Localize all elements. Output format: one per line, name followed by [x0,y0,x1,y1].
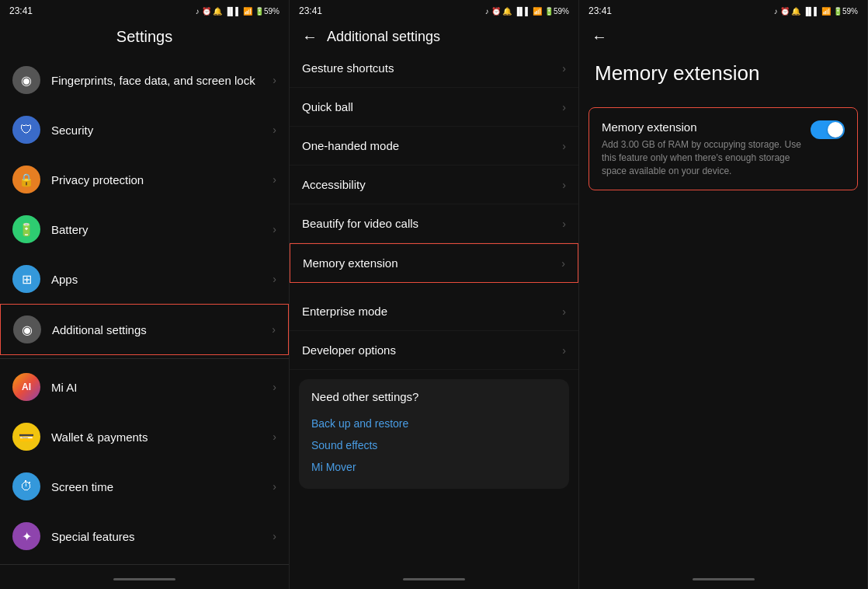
fingerprints-label: Fingerprints, face data, and screen lock [51,74,266,87]
settings-item-apps[interactable]: ⊞ Apps › [0,254,289,304]
beautify-chevron: › [562,218,566,230]
status-bar-1: 23:41 ♪ ⏰ 🔔 ▐▌▌ 📶 🔋59% [0,0,289,22]
divider-1 [0,358,289,359]
screentime-chevron: › [273,480,276,493]
gesture-chevron: › [562,62,566,75]
battery-text: Battery [51,223,266,236]
enterprise-label: Enterprise mode [302,305,562,318]
panel-memory-extension: 23:41 ♪ ⏰ 🔔 ▐▌▌ 📶 🔋59% ← Memory extensio… [579,0,868,589]
accessibility-chevron: › [562,179,566,191]
fingerprints-chevron: › [273,74,276,86]
security-chevron: › [273,124,276,136]
status-icons-2: ♪ ⏰ 🔔 ▐▌▌ 📶 🔋59% [485,7,569,16]
privacy-chevron: › [273,173,276,186]
need-other-section: Need other settings? Back up and restore… [299,379,569,489]
screentime-label: Screen time [51,480,266,493]
backup-link[interactable]: Back up and restore [311,413,557,434]
status-icons-3: ♪ ⏰ 🔔 ▐▌▌ 📶 🔋59% [774,7,858,16]
miai-label: Mi AI [51,381,266,394]
privacy-text: Privacy protection [51,173,266,186]
spacer-1 [290,283,578,292]
quickball-chevron: › [562,101,566,113]
battery-icon: 🔋 [12,215,40,243]
apps-chevron: › [273,273,276,285]
additional-label: Additional settings [52,323,266,336]
battery-label: Battery [51,223,266,236]
settings-item-wallet[interactable]: 💳 Wallet & payments › [0,412,289,462]
menu-onehanded[interactable]: One-handed mode › [290,127,578,166]
menu-gesture[interactable]: Gesture shortcuts › [290,49,578,88]
memory-chevron: › [561,257,565,270]
additional-page-title: Additional settings [327,29,440,45]
need-other-title: Need other settings? [311,390,557,403]
settings-item-fingerprints[interactable]: ◉ Fingerprints, face data, and screen lo… [0,55,289,105]
developer-label: Developer options [302,343,562,357]
memory-toggle[interactable] [811,120,845,139]
menu-quickball[interactable]: Quick ball › [290,88,578,127]
memory-card-title: Memory extension [602,120,801,134]
mover-link[interactable]: Mi Mover [311,456,557,478]
special-chevron: › [273,530,276,542]
enterprise-chevron: › [562,305,566,318]
quickball-label: Quick ball [302,100,562,113]
fingerprints-text: Fingerprints, face data, and screen lock [51,74,266,87]
screentime-text: Screen time [51,480,266,493]
status-bar-3: 23:41 ♪ ⏰ 🔔 ▐▌▌ 📶 🔋59% [579,0,867,22]
gesture-label: Gesture shortcuts [302,61,562,75]
onehanded-chevron: › [562,140,566,152]
settings-item-privacy[interactable]: 🔒 Privacy protection › [0,155,289,204]
menu-developer[interactable]: Developer options › [290,331,578,370]
special-icon: ✦ [12,522,40,550]
privacy-label: Privacy protection [51,173,266,186]
security-label: Security [51,124,266,137]
wallet-text: Wallet & payments [51,430,266,444]
settings-item-accounts[interactable]: 👤 Accounts & sync › [0,568,289,572]
status-time-1: 23:41 [9,5,33,16]
special-text: Special features [51,530,266,543]
back-arrow-2[interactable]: ← [302,28,318,46]
menu-memory[interactable]: Memory extension › [290,243,578,283]
settings-title-bar: Settings [0,22,289,55]
miai-icon: AI [12,373,40,401]
developer-chevron: › [562,344,566,357]
back-bar-2: ← Additional settings [290,22,578,49]
beautify-label: Beautify for video calls [302,217,562,230]
menu-enterprise[interactable]: Enterprise mode › [290,292,578,331]
apps-text: Apps [51,273,266,286]
status-icons-1: ♪ ⏰ 🔔 ▐▌▌ 📶 🔋59% [196,7,279,16]
settings-item-battery[interactable]: 🔋 Battery › [0,204,289,254]
back-arrow-3[interactable]: ← [592,28,607,46]
sound-link[interactable]: Sound effects [311,434,557,456]
settings-item-security[interactable]: 🛡 Security › [0,105,289,155]
status-bar-2: 23:41 ♪ ⏰ 🔔 ▐▌▌ 📶 🔋59% [290,0,578,22]
additional-chevron: › [272,323,276,336]
settings-item-screentime[interactable]: ⏱ Screen time › [0,462,289,511]
nav-bar-2 [290,572,578,589]
fingerprint-icon: ◉ [12,66,40,94]
menu-beautify[interactable]: Beautify for video calls › [290,204,578,243]
settings-item-additional[interactable]: ◉ Additional settings › [0,304,289,355]
memory-label: Memory extension [303,256,561,270]
toggle-knob [828,122,843,138]
nav-bar-3 [579,572,867,589]
privacy-icon: 🔒 [12,166,40,193]
divider-2 [0,564,289,565]
nav-indicator-1 [113,578,175,580]
miai-text: Mi AI [51,381,266,394]
panel-settings: 23:41 ♪ ⏰ 🔔 ▐▌▌ 📶 🔋59% Settings ◉ Finger… [0,0,290,589]
additional-list: Gesture shortcuts › Quick ball › One-han… [290,49,578,572]
settings-item-miai[interactable]: AI Mi AI › [0,362,289,412]
wallet-chevron: › [273,430,276,443]
miai-chevron: › [273,381,276,393]
security-icon: 🛡 [12,116,40,144]
settings-item-special[interactable]: ✦ Special features › [0,511,289,561]
screentime-icon: ⏱ [12,472,40,500]
memory-card-desc: Add 3.00 GB of RAM by occupying storage.… [602,138,801,177]
memory-page-title: Memory extension [579,49,867,101]
settings-page-title: Settings [12,28,276,46]
nav-indicator-2 [403,578,465,580]
settings-list: ◉ Fingerprints, face data, and screen lo… [0,55,289,572]
menu-accessibility[interactable]: Accessibility › [290,166,578,204]
apps-label: Apps [51,273,266,286]
nav-bar-1 [0,572,289,589]
